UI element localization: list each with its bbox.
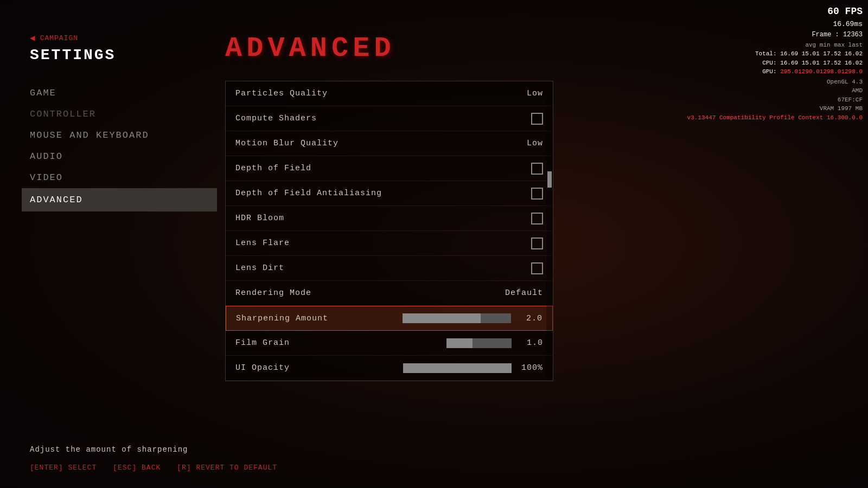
settings-list: Particles QualityLowCompute ShadersMotio… [225, 81, 553, 381]
setting-row-lens-dirt[interactable]: Lens Dirt [226, 256, 553, 281]
checkbox-compute-shaders[interactable] [531, 113, 543, 125]
setting-value-film-grain: 1.0 [517, 338, 543, 348]
setting-value-ui-opacity: 100% [517, 363, 543, 373]
sidebar-item-advanced[interactable]: ADVANCED [22, 188, 217, 211]
control-esc-back[interactable]: [ESC] BACK [113, 464, 161, 472]
slider-sharpening-amount[interactable] [403, 313, 511, 323]
fps-counter: 60 FPS [687, 4, 863, 19]
setting-row-sharpening-amount[interactable]: Sharpening Amount2.0 [226, 306, 553, 331]
setting-row-particles-quality[interactable]: Particles QualityLow [226, 81, 553, 106]
setting-control-depth-of-field [531, 163, 543, 175]
back-arrow-icon: ◀ [30, 33, 36, 43]
setting-label-film-grain: Film Grain [235, 338, 290, 348]
setting-label-hdr-bloom: HDR Bloom [235, 214, 284, 223]
setting-row-motion-blur-quality[interactable]: Motion Blur QualityLow [226, 131, 553, 156]
setting-control-rendering-mode: Default [505, 288, 543, 298]
setting-row-depth-of-field[interactable]: Depth of Field [226, 156, 553, 181]
hud-perf-table: avg min max last Total: 16.69 15.01 17.5… [687, 41, 863, 76]
sidebar-item-mouse-and-keyboard[interactable]: MOUSE AND KEYBOARD [30, 125, 209, 146]
hud-device: 67EF:CF [687, 95, 863, 105]
frame-counter: Frame : 12363 [687, 30, 863, 40]
bottom-bar: Adjust the amount of sharpening [ENTER] … [30, 445, 277, 472]
setting-row-lens-flare[interactable]: Lens Flare [226, 231, 553, 256]
hud-gpu-row: GPU: 295.01290.01298.01298.0 [687, 67, 863, 76]
setting-label-depth-of-field-antialiasing: Depth of Field Antialiasing [235, 189, 382, 198]
scrollbar[interactable] [546, 81, 553, 381]
checkbox-lens-flare[interactable] [531, 237, 543, 249]
hud-amd: AMD [687, 86, 863, 95]
setting-control-hdr-bloom [531, 213, 543, 224]
setting-row-compute-shaders[interactable]: Compute Shaders [226, 106, 553, 131]
setting-label-ui-opacity: UI Opacity [235, 363, 290, 373]
checkbox-depth-of-field[interactable] [531, 163, 543, 175]
hud-gpu-val: 295.01290.01298.01298.0 [780, 68, 863, 75]
setting-description: Adjust the amount of sharpening [30, 445, 277, 454]
setting-row-depth-of-field-antialiasing[interactable]: Depth of Field Antialiasing [226, 181, 553, 206]
setting-label-lens-flare: Lens Flare [235, 239, 290, 248]
setting-control-lens-dirt [531, 262, 543, 274]
setting-row-rendering-mode[interactable]: Rendering ModeDefault [226, 281, 553, 306]
setting-control-sharpening-amount: 2.0 [403, 313, 542, 323]
hud-gpu-label: GPU: [762, 68, 776, 75]
back-to-campaign[interactable]: ◀ CAMPAIGN [30, 33, 209, 43]
slider-fill-ui-opacity [403, 363, 512, 373]
setting-control-ui-opacity: 100% [403, 363, 543, 373]
slider-ui-opacity[interactable] [403, 363, 512, 373]
hud-headers: avg min max last [687, 41, 863, 50]
back-label: CAMPAIGN [40, 34, 78, 42]
setting-control-motion-blur-quality: Low [527, 139, 543, 148]
setting-value-motion-blur-quality: Low [527, 139, 543, 148]
sidebar-item-game[interactable]: GAME [30, 82, 209, 104]
setting-label-lens-dirt: Lens Dirt [235, 264, 284, 273]
slider-film-grain[interactable] [446, 338, 512, 348]
checkbox-lens-dirt[interactable] [531, 262, 543, 274]
control-enter-select[interactable]: [ENTER] SELECT [30, 464, 97, 472]
sidebar-item-controller[interactable]: CONTROLLER [30, 104, 209, 125]
setting-label-rendering-mode: Rendering Mode [235, 288, 311, 298]
slider-fill-sharpening-amount [403, 313, 481, 323]
performance-hud: 60 FPS 16.69ms Frame : 12363 avg min max… [687, 4, 863, 122]
sidebar-item-video[interactable]: VIDEO [30, 167, 209, 188]
setting-value-sharpening-amount: 2.0 [516, 314, 542, 323]
setting-control-particles-quality: Low [527, 89, 543, 98]
hud-vram: VRAM 1997 MB [687, 104, 863, 113]
hud-opengl: OpenGL 4.3 [687, 78, 863, 87]
slider-fill-film-grain [446, 338, 473, 348]
hud-cpu: CPU: 16.69 15.01 17.52 16.02 [687, 59, 863, 68]
setting-control-depth-of-field-antialiasing [531, 188, 543, 200]
checkbox-hdr-bloom[interactable] [531, 213, 543, 224]
scroll-thumb[interactable] [547, 171, 552, 188]
ms-counter: 16.69ms [687, 19, 863, 30]
setting-label-particles-quality: Particles Quality [235, 89, 328, 98]
control-r-revert[interactable]: [R] REVERT TO DEFAULT [177, 464, 277, 472]
setting-value-rendering-mode: Default [505, 288, 543, 298]
sidebar: ◀ CAMPAIGN SETTINGS GAMECONTROLLERMOUSE … [0, 0, 209, 488]
setting-label-compute-shaders: Compute Shaders [235, 114, 317, 123]
setting-control-lens-flare [531, 237, 543, 249]
setting-label-sharpening-amount: Sharpening Amount [236, 314, 328, 323]
setting-label-depth-of-field: Depth of Field [235, 164, 311, 173]
nav-menu: GAMECONTROLLERMOUSE AND KEYBOARDAUDIOVID… [30, 82, 209, 211]
setting-control-film-grain: 1.0 [446, 338, 543, 348]
setting-row-film-grain[interactable]: Film Grain1.0 [226, 331, 553, 356]
setting-row-hdr-bloom[interactable]: HDR Bloom [226, 206, 553, 231]
settings-title: SETTINGS [30, 47, 209, 63]
hud-compat: v3.13447 Compatibility Profile Context 1… [687, 113, 863, 123]
checkbox-depth-of-field-antialiasing[interactable] [531, 188, 543, 200]
sidebar-item-audio[interactable]: AUDIO [30, 146, 209, 167]
hud-device-id: 67EF:CF [838, 97, 863, 103]
controls-row: [ENTER] SELECT[ESC] BACK[R] REVERT TO DE… [30, 464, 277, 472]
setting-value-particles-quality: Low [527, 89, 543, 98]
setting-row-ui-opacity[interactable]: UI Opacity100% [226, 356, 553, 381]
hud-total: Total: 16.69 15.01 17.52 16.02 [687, 49, 863, 59]
setting-label-motion-blur-quality: Motion Blur Quality [235, 139, 339, 148]
setting-control-compute-shaders [531, 113, 543, 125]
